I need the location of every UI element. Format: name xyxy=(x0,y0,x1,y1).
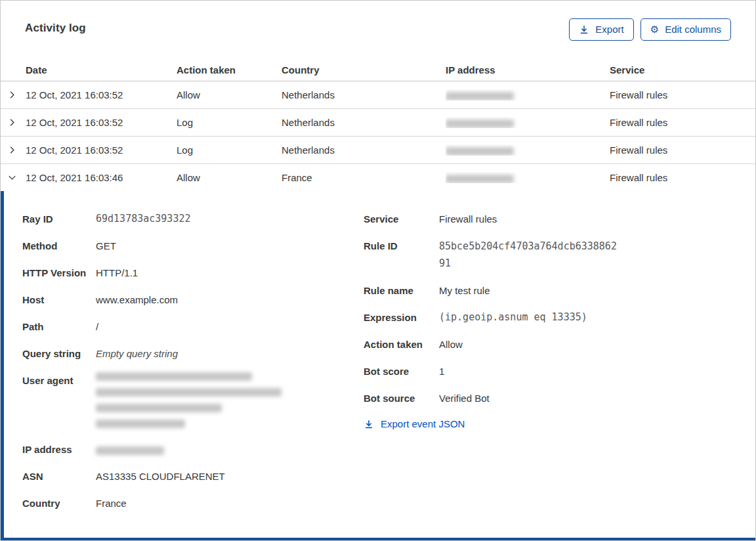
field-value: AS13335 CLOUDFLARENET xyxy=(96,468,364,485)
activity-log-panel: Activity log Export ⚙ Edit columns Date … xyxy=(0,0,756,541)
bottom-accent-bar xyxy=(1,538,755,540)
redacted-user-agent xyxy=(96,372,364,429)
table-row-expanded[interactable]: 12 Oct, 2021 16:03:46 Allow France Firew… xyxy=(1,163,755,191)
field-value: GET xyxy=(96,238,364,254)
field-label: Bot score xyxy=(364,363,439,379)
field-path: Path / xyxy=(22,318,364,335)
field-query-string: Query string Empty query string xyxy=(22,345,364,362)
table-header-row: Date Action taken Country IP address Ser… xyxy=(1,58,755,81)
field-label: Rule name xyxy=(364,282,439,299)
cell-service: Firewall rules xyxy=(610,89,755,100)
table-row[interactable]: 12 Oct, 2021 16:03:52 Allow Netherlands … xyxy=(1,81,755,108)
cell-date: 12 Oct, 2021 16:03:52 xyxy=(26,144,177,156)
column-header-country: Country xyxy=(282,64,446,76)
field-label: Bot source xyxy=(364,390,439,406)
cell-country: France xyxy=(282,172,446,183)
page-title: Activity log xyxy=(25,18,86,35)
field-label: Path xyxy=(22,318,96,335)
cell-ip-redacted xyxy=(446,117,610,128)
cell-action: Allow xyxy=(177,172,282,183)
field-rule-name: Rule name My test rule xyxy=(364,282,755,299)
field-expression: Expression (ip.geoip.asnum eq 13335) xyxy=(364,309,755,326)
cell-ip-redacted xyxy=(446,89,610,100)
cell-action: Allow xyxy=(177,89,282,100)
column-header-action: Action taken xyxy=(177,64,282,76)
export-event-json-link[interactable]: Export event JSON xyxy=(364,418,465,429)
field-value: My test rule xyxy=(439,282,755,299)
field-label: Country xyxy=(22,495,96,511)
redacted-ip xyxy=(446,175,514,183)
field-label: Query string xyxy=(22,345,96,362)
download-icon xyxy=(364,419,374,429)
field-value: 69d13783ac393322 xyxy=(96,211,364,227)
field-value: / xyxy=(96,318,364,335)
field-value: Allow xyxy=(439,336,755,353)
cell-service: Firewall rules xyxy=(610,144,755,156)
redacted-ip xyxy=(446,119,514,128)
topbar: Activity log Export ⚙ Edit columns xyxy=(1,1,755,43)
topbar-actions: Export ⚙ Edit columns xyxy=(569,18,731,41)
cell-action: Log xyxy=(177,117,282,128)
field-user-agent: User agent xyxy=(22,372,364,429)
field-value: www.example.com xyxy=(96,292,364,308)
field-ip-address: IP address xyxy=(22,441,364,458)
gear-icon: ⚙ xyxy=(650,25,659,35)
redacted-line xyxy=(96,372,252,381)
export-button[interactable]: Export xyxy=(569,18,633,41)
field-label: User agent xyxy=(22,372,96,389)
expand-row-button[interactable] xyxy=(1,145,26,155)
column-header-date: Date xyxy=(26,64,177,76)
activity-log-table: Date Action taken Country IP address Ser… xyxy=(1,58,755,191)
field-bot-source: Bot source Verified Bot xyxy=(364,390,755,406)
field-label: ASN xyxy=(22,468,96,485)
field-value: (ip.geoip.asnum eq 13335) xyxy=(439,309,755,326)
field-label: Action taken xyxy=(364,336,439,353)
cell-country: Netherlands xyxy=(282,89,446,100)
field-value: 1 xyxy=(439,363,755,379)
field-label: Method xyxy=(22,238,96,254)
cell-service: Firewall rules xyxy=(610,172,755,183)
expand-row-button[interactable] xyxy=(1,90,26,100)
field-value: Empty query string xyxy=(96,345,364,362)
column-header-ip: IP address xyxy=(446,64,610,76)
field-country: Country France xyxy=(22,495,364,511)
chevron-right-icon xyxy=(7,90,17,100)
field-value: HTTP/1.1 xyxy=(96,265,364,281)
cell-country: Netherlands xyxy=(282,144,446,156)
export-button-label: Export xyxy=(595,24,623,35)
redacted-line xyxy=(96,446,164,455)
expand-row-button[interactable] xyxy=(1,118,26,127)
field-label: Host xyxy=(22,292,96,308)
field-rule-id: Rule ID 85bce5b204cf4703a764dcb633886291 xyxy=(364,238,755,272)
cell-date: 12 Oct, 2021 16:03:52 xyxy=(26,117,177,128)
field-value: Verified Bot xyxy=(439,390,755,406)
table-row[interactable]: 12 Oct, 2021 16:03:52 Log Netherlands Fi… xyxy=(1,136,755,163)
field-value: Firewall rules xyxy=(439,211,755,227)
chevron-down-icon xyxy=(7,173,17,183)
field-label: Expression xyxy=(364,309,439,326)
cell-ip-redacted xyxy=(446,144,610,156)
collapse-row-button[interactable] xyxy=(1,173,26,183)
cell-ip-redacted xyxy=(446,172,610,183)
field-ray-id: Ray ID 69d13783ac393322 xyxy=(22,211,364,227)
chevron-right-icon xyxy=(7,118,17,127)
field-label: IP address xyxy=(22,441,96,458)
redacted-line xyxy=(96,404,222,412)
cell-country: Netherlands xyxy=(282,117,446,128)
column-header-service: Service xyxy=(610,64,755,76)
redacted-ip xyxy=(446,147,514,156)
cell-date: 12 Oct, 2021 16:03:46 xyxy=(26,172,177,183)
field-host: Host www.example.com xyxy=(22,292,364,308)
field-bot-score: Bot score 1 xyxy=(364,363,755,379)
detail-left-column: Ray ID 69d13783ac393322 Method GET HTTP … xyxy=(4,211,364,538)
export-event-json-label: Export event JSON xyxy=(381,418,465,429)
edit-columns-button[interactable]: ⚙ Edit columns xyxy=(640,18,731,41)
field-http-version: HTTP Version HTTP/1.1 xyxy=(22,265,364,281)
field-service: Service Firewall rules xyxy=(364,211,755,227)
field-method: Method GET xyxy=(22,238,364,254)
field-label: HTTP Version xyxy=(22,265,96,281)
field-value: France xyxy=(96,495,364,511)
chevron-right-icon xyxy=(7,145,17,155)
table-row[interactable]: 12 Oct, 2021 16:03:52 Log Netherlands Fi… xyxy=(1,108,755,136)
cell-action: Log xyxy=(177,144,282,156)
